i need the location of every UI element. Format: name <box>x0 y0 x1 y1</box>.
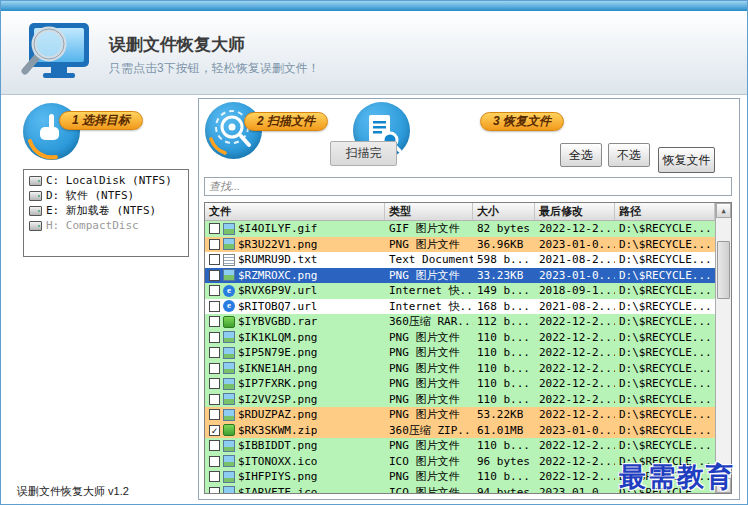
file-name: $R3U22V1.png <box>238 237 317 252</box>
file-modified: 2023-01-0... <box>535 423 615 439</box>
drive-icon <box>29 176 42 186</box>
file-table-body: $I4OILYF.gif GIF 图片文件 82 bytes 2022-12-2… <box>205 221 715 493</box>
file-modified: 2022-12-2... <box>535 330 615 346</box>
file-size: 110 b... <box>473 330 535 346</box>
file-path: D:\$RECYCLE... <box>615 438 715 454</box>
drive-item[interactable]: E: 新加载卷 (NTFS) <box>26 203 186 218</box>
row-checkbox[interactable] <box>209 456 220 467</box>
file-size: 110 b... <box>473 345 535 361</box>
scroll-up-button[interactable]: ▲ <box>716 203 731 218</box>
file-table: 文件 类型 大小 最后修改 路径 $I4OILYF.gif GIF 图片文件 8… <box>204 202 732 494</box>
row-checkbox[interactable] <box>209 301 220 312</box>
drive-list: C: LocalDisk (NTFS) D: 软件 (NTFS) E: 新加载卷… <box>23 169 189 257</box>
scan-button[interactable]: 扫描完 <box>330 141 397 166</box>
select-none-button[interactable]: 不选 <box>608 143 650 167</box>
row-checkbox[interactable] <box>209 471 220 482</box>
file-name: $RDUZPAZ.png <box>238 407 317 422</box>
table-row[interactable]: $IP5N79E.png PNG 图片文件 110 b... 2022-12-2… <box>205 345 715 361</box>
row-checkbox[interactable] <box>209 239 220 250</box>
file-path: D:\$RECYCLE... <box>615 314 715 330</box>
file-size: 36.96KB <box>473 237 535 253</box>
column-header-size[interactable]: 大小 <box>473 203 535 220</box>
file-icon <box>223 362 235 374</box>
row-checkbox[interactable] <box>209 409 220 420</box>
file-size: 168 b... <box>473 299 535 315</box>
table-row[interactable]: $I4OILYF.gif GIF 图片文件 82 bytes 2022-12-2… <box>205 221 715 237</box>
select-all-button[interactable]: 全选 <box>560 143 602 167</box>
column-header-modified[interactable]: 最后修改 <box>535 203 615 220</box>
file-type: PNG 图片文件 <box>385 268 473 284</box>
column-header-path[interactable]: 路径 <box>615 203 715 220</box>
table-row[interactable]: $R3U22V1.png PNG 图片文件 36.96KB 2023-01-0.… <box>205 237 715 253</box>
row-checkbox[interactable] <box>209 332 220 343</box>
file-type: GIF 图片文件 <box>385 221 473 237</box>
file-name: $ITONOXX.ico <box>238 454 317 469</box>
row-checkbox[interactable] <box>209 487 220 493</box>
drive-item[interactable]: C: LocalDisk (NTFS) <box>26 173 186 188</box>
table-row[interactable]: $RITOBQ7.url Internet 快... 168 b... 2021… <box>205 299 715 315</box>
file-path: D:\$RECYCLE... <box>615 330 715 346</box>
app-version: 误删文件恢复大师 v1.2 <box>17 484 129 499</box>
file-path: D:\$RECYCLE... <box>615 345 715 361</box>
table-row[interactable]: $IK1KLQM.png PNG 图片文件 110 b... 2022-12-2… <box>205 330 715 346</box>
file-name: $I4OILYF.gif <box>238 221 317 236</box>
row-checkbox[interactable] <box>209 440 220 451</box>
file-size: 110 b... <box>473 361 535 377</box>
file-size: 61.01MB <box>473 423 535 439</box>
row-checkbox[interactable] <box>209 223 220 234</box>
file-path: D:\$RECYCLE... <box>615 361 715 377</box>
row-checkbox[interactable]: ✓ <box>209 425 220 436</box>
file-path: D:\$RECYCLE... <box>615 268 715 284</box>
table-row[interactable]: $I2VV2SP.png PNG 图片文件 110 b... 2022-12-2… <box>205 392 715 408</box>
file-icon <box>223 285 235 297</box>
file-name: $RK3SKWM.zip <box>238 423 317 438</box>
table-row[interactable]: $IP7FXRK.png PNG 图片文件 110 b... 2022-12-2… <box>205 376 715 392</box>
row-checkbox[interactable] <box>209 316 220 327</box>
file-name: $RUMRU9D.txt <box>238 252 317 267</box>
table-row[interactable]: $IYBVGBD.rar 360压缩 RAR... 112 b... 2022-… <box>205 314 715 330</box>
file-modified: 2021-08-2... <box>535 252 615 268</box>
row-checkbox[interactable] <box>209 363 220 374</box>
column-header-file[interactable]: 文件 <box>205 203 385 220</box>
row-checkbox[interactable] <box>209 394 220 405</box>
table-row[interactable]: $RUMRU9D.txt Text Document 598 b... 2021… <box>205 252 715 268</box>
row-checkbox[interactable] <box>209 254 220 265</box>
file-icon <box>223 440 235 452</box>
drive-item[interactable]: H: CompactDisc <box>26 218 186 233</box>
drive-item[interactable]: D: 软件 (NTFS) <box>26 188 186 203</box>
file-size: 82 bytes <box>473 221 535 237</box>
top-accent-bar <box>1 1 747 11</box>
row-checkbox[interactable] <box>209 378 220 389</box>
file-icon <box>223 347 235 359</box>
file-icon <box>223 486 235 493</box>
table-row[interactable]: $IKNE1AH.png PNG 图片文件 110 b... 2022-12-2… <box>205 361 715 377</box>
file-modified: 2022-12-2... <box>535 392 615 408</box>
row-checkbox[interactable] <box>209 285 220 296</box>
file-size: 112 b... <box>473 314 535 330</box>
file-modified: 2022-12-2... <box>535 361 615 377</box>
file-icon <box>223 424 235 436</box>
left-panel: 1 选择目标 C: LocalDisk (NTFS) D: 软件 (NTFS) … <box>1 95 197 504</box>
file-icon <box>223 316 235 328</box>
table-row[interactable]: $RZMROXC.png PNG 图片文件 33.23KB 2023-01-0.… <box>205 268 715 284</box>
file-modified: 2022-12-2... <box>535 221 615 237</box>
table-row[interactable]: $IBBIDDT.png PNG 图片文件 110 b... 2022-12-2… <box>205 438 715 454</box>
table-row[interactable]: $RVX6P9V.url Internet 快... 149 b... 2018… <box>205 283 715 299</box>
table-row[interactable]: $RDUZPAZ.png PNG 图片文件 53.22KB 2022-12-2.… <box>205 407 715 423</box>
file-path: D:\$RECYCLE... <box>615 221 715 237</box>
table-row[interactable]: ✓ $RK3SKWM.zip 360压缩 ZIP... 61.01MB 2023… <box>205 423 715 439</box>
search-input[interactable] <box>204 177 732 196</box>
scroll-thumb[interactable] <box>717 241 730 299</box>
app-subtitle: 只需点击3下按钮，轻松恢复误删文件！ <box>109 60 320 77</box>
row-checkbox[interactable] <box>209 347 220 358</box>
row-checkbox[interactable] <box>209 270 220 281</box>
file-type: PNG 图片文件 <box>385 392 473 408</box>
search-box <box>204 176 732 195</box>
table-scrollbar[interactable]: ▲ ▼ <box>715 203 731 493</box>
step3-badge: 3 恢复文件 <box>480 112 564 131</box>
recover-button[interactable]: 恢复文件 <box>658 147 715 173</box>
file-type: PNG 图片文件 <box>385 376 473 392</box>
file-type: Internet 快... <box>385 299 473 315</box>
column-header-type[interactable]: 类型 <box>385 203 473 220</box>
file-type: 360压缩 ZIP... <box>385 423 473 439</box>
